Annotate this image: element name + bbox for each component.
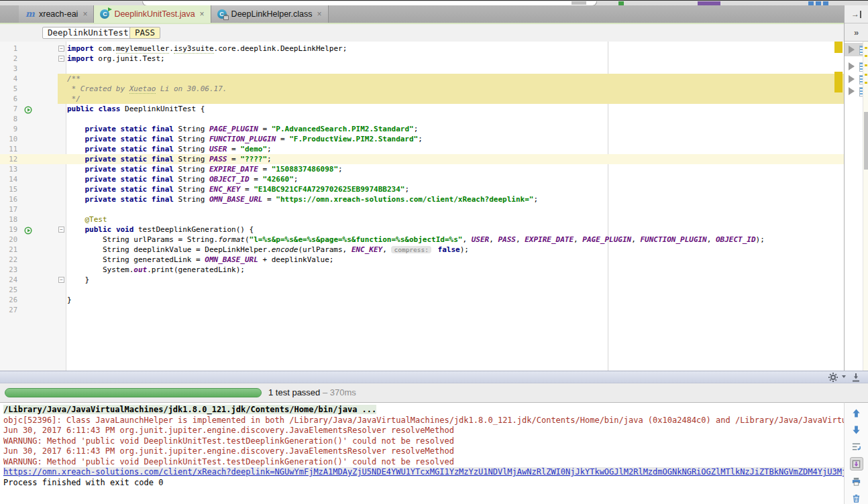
console-line-3: Jun 30, 2017 6:11:43 PM org.junit.jupite… [3,426,844,436]
console-line-4: WARNUNG: Method 'public void DeeplinkUni… [3,436,844,447]
line-number: 12 [0,154,17,164]
code-area[interactable]: import com.meylemueller.isy3suite.core.d… [67,44,844,371]
code-line-7[interactable]: public class DeeplinkUnitTest { [67,104,844,114]
code-line-5[interactable]: * Created by Xuetao Li on 30.06.17. [67,84,844,94]
play-icon[interactable] [849,75,855,83]
tab-xreach-eai[interactable]: m xreach-eai × [19,5,94,23]
clear-all-icon[interactable] [851,492,863,504]
gutter-row: 1− [0,44,66,54]
code-line-14[interactable]: private static final String OBJECT_ID = … [67,174,844,184]
gutter-row: 25 [0,285,66,295]
code-line-11[interactable]: private static final String USER = "demo… [67,144,844,154]
gutter-row: 23 [0,265,66,275]
line-number: 19 [0,225,17,235]
gutter-row: 12 [0,154,66,164]
tab-deeplinkhelper-class[interactable]: C DeepLinkHelper.class × [211,5,329,23]
fold-marker[interactable]: − [58,56,64,62]
code-line-16[interactable]: private static final String OMN_BASE_URL… [67,194,844,204]
run-console[interactable]: /Library/Java/JavaVirtualMachines/jdk1.8… [0,402,844,504]
gutter-row: 20 [0,235,66,245]
fold-marker[interactable]: − [58,46,64,52]
down-stack-trace-icon[interactable] [851,424,863,436]
show-more-tabs-button[interactable]: » [845,23,868,42]
line-number: 5 [0,84,17,94]
play-icon[interactable] [849,87,855,95]
breadcrumb-class-chip[interactable]: DeeplinkUnitTest [42,27,133,39]
up-stack-trace-icon[interactable] [851,407,863,420]
code-line-26[interactable]: } [67,295,844,305]
line-number: 16 [0,194,17,204]
gutter-row: 4− [0,74,66,84]
tab-label: DeeplinkUnitTest.java [114,9,195,19]
code-line-6[interactable]: */ [67,94,844,104]
close-icon[interactable]: × [83,10,87,18]
code-line-3[interactable] [67,64,844,74]
line-number: 15 [0,184,17,194]
line-number: 1 [0,44,17,54]
hide-right-panel-button[interactable]: → [845,5,868,23]
run-toolwindow-header [0,371,868,383]
code-line-23[interactable]: System.out.print(generatedLink); [67,265,844,275]
close-icon[interactable]: × [317,10,322,18]
close-icon[interactable]: × [200,10,205,18]
code-line-8[interactable] [67,114,844,124]
gutter-row: 18 [0,214,66,225]
play-icon[interactable] [849,62,855,70]
line-number: 14 [0,174,17,184]
gutter-row: 24− [0,275,66,285]
java-test-class-icon: C [100,9,111,19]
line-number: 11 [0,144,17,154]
print-icon[interactable] [851,475,863,487]
gutter-row: 15 [0,184,66,194]
code-line-17[interactable] [67,204,844,214]
gutter-row: 14 [0,174,66,184]
play-icon[interactable] [849,46,855,54]
code-line-24[interactable]: } [67,275,844,285]
scrollbar-thumb[interactable] [864,112,868,170]
scroll-to-end-icon[interactable] [850,457,863,470]
test-status-text: 1 test passed – 370ms [268,387,356,397]
tab-deeplinkunittest-java[interactable]: C DeeplinkUnitTest.java × [94,5,211,23]
gutter-row: 16 [0,194,66,204]
hide-right-panel-icon: → [851,9,861,19]
gutter-row: 9 [0,124,66,134]
code-line-15[interactable]: private static final String ENC_KEY = "E… [67,184,844,194]
run-gutter-icon[interactable] [24,105,32,113]
gutter-row: 8 [0,114,66,124]
line-number: 20 [0,235,17,245]
error-stripe-marker[interactable] [834,72,843,92]
code-line-4[interactable]: /** [67,74,844,84]
line-number: 24 [0,275,17,285]
code-line-20[interactable]: String urlParams = String.format("l=%s&p… [67,235,844,245]
code-line-25[interactable] [67,285,844,295]
gutter-row: 26 [0,295,66,305]
error-stripe-marker[interactable] [834,42,843,53]
fold-marker[interactable]: − [58,277,64,283]
run-gutter-icon[interactable] [24,225,32,233]
code-line-19[interactable]: public void testDeeplinkGeneration() { [67,225,844,235]
code-line-27[interactable] [67,305,844,315]
code-line-1[interactable]: import com.meylemueller.isy3suite.core.d… [67,44,844,54]
console-deeplink-url[interactable]: https://omn.xreach-solutions.com/client/… [3,467,844,478]
gutter-row: 27 [0,305,66,315]
right-scrollbar[interactable] [863,42,868,371]
breadcrumb-member-chip[interactable]: PASS [129,27,160,39]
code-editor[interactable]: 1−2−34−56−78910111213141516171819−202122… [0,42,844,371]
chevron-double-icon: » [854,27,859,38]
gutter-row: 11 [0,144,66,154]
code-line-10[interactable]: private static final String FUNCTION_PLU… [67,134,844,144]
line-number: 26 [0,295,17,305]
code-line-13[interactable]: private static final String EXPIRE_DATE … [67,164,844,174]
code-line-22[interactable]: String generatedLink = OMN_BASE_URL + de… [67,255,844,265]
code-line-12[interactable]: private static final String PASS = "????… [67,154,844,164]
gutter-row: 22 [0,255,66,265]
console-line-8: Process finished with exit code 0 [3,478,844,489]
chevron-down-icon[interactable] [842,375,846,378]
soft-wrap-icon[interactable] [851,441,863,453]
code-line-9[interactable]: private static final String PAGE_PLUGIN … [67,124,844,134]
line-number: 25 [0,285,17,295]
code-line-18[interactable]: @Test [67,214,844,225]
fold-marker[interactable]: − [58,227,64,233]
code-line-21[interactable]: String deeplinkValue = DeepLinkHelper.en… [67,245,844,255]
code-line-2[interactable]: import org.junit.Test; [67,54,844,64]
